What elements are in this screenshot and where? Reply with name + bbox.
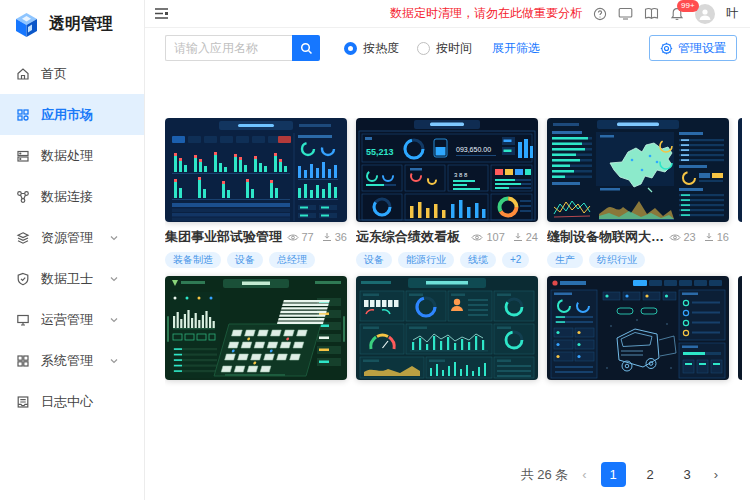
sidebar-item-label: 数据卫士 (41, 270, 93, 288)
card-row (165, 276, 742, 380)
tag-more[interactable]: +2 (502, 252, 529, 268)
card-stats: 107 24 (471, 231, 538, 243)
notice-text: 数据定时清理，请勿在此做重要分析 (390, 5, 582, 22)
sidebar-item-resource-management[interactable]: 资源管理 (0, 217, 144, 258)
username-text: 叶 (726, 5, 738, 22)
card-row: 集团事业部试验管理 77 36 装备制造 设备 总经理 (165, 118, 742, 268)
sort-by-time[interactable]: 按时间 (417, 40, 472, 57)
log-center-icon (16, 395, 30, 409)
page-2[interactable]: 2 (638, 462, 663, 487)
app-card-business-metrics[interactable] (356, 276, 538, 380)
card-thumbnail-map-dashboard[interactable] (547, 118, 729, 222)
sort-label: 按时间 (436, 40, 472, 57)
expand-filter-link[interactable]: 展开筛选 (492, 40, 540, 57)
sidebar-item-label: 数据处理 (41, 147, 93, 165)
sidebar: 透明管理 首页 应用市场 数据处理 数据连接 资源管理 (0, 0, 145, 500)
sidebar-item-system-management[interactable]: 系统管理 (0, 340, 144, 381)
card-thumbnail-kpi-dashboard[interactable]: 55,213 093,650.00 (356, 118, 538, 222)
card-thumbnail-metrics-dashboard[interactable] (356, 276, 538, 380)
manage-settings-button[interactable]: 管理设置 (649, 35, 737, 61)
downloads-count: 36 (335, 231, 347, 243)
card-thumbnail-dark-dashboard[interactable] (165, 118, 347, 222)
app-card-performance-board[interactable]: 55,213 093,650.00 (356, 118, 538, 268)
page-1[interactable]: 1 (601, 462, 626, 487)
notifications-bell[interactable]: 99+ (670, 7, 684, 21)
sidebar-item-home[interactable]: 首页 (0, 53, 144, 94)
app-card-workshop[interactable] (165, 276, 347, 380)
views-count: 23 (684, 231, 696, 243)
partial-card[interactable] (738, 118, 742, 222)
search-icon (300, 42, 313, 55)
tag[interactable]: 总经理 (269, 252, 315, 268)
card-grid: 集团事业部试验管理 77 36 装备制造 设备 总经理 (165, 118, 742, 388)
filter-toolbar: 按热度 按时间 展开筛选 管理设置 (165, 34, 750, 62)
card-stats: 23 16 (669, 231, 730, 243)
prev-page-icon[interactable]: ‹ (580, 467, 588, 482)
app-card-iot-bigdata[interactable]: 缝制设备物联网大数... 23 16 生产 纺织行业 (547, 118, 729, 268)
monitor-icon (16, 313, 30, 327)
download-icon (513, 232, 523, 242)
sidebar-item-data-processing[interactable]: 数据处理 (0, 135, 144, 176)
search-box (165, 35, 320, 61)
tag[interactable]: 装备制造 (165, 252, 221, 268)
tag[interactable]: 能源行业 (398, 252, 454, 268)
eye-icon (471, 233, 483, 242)
tag[interactable]: 纺织行业 (589, 252, 645, 268)
eye-icon (287, 233, 299, 242)
search-button[interactable] (292, 35, 320, 61)
card-stats: 77 36 (287, 231, 348, 243)
app-logo[interactable]: 透明管理 (0, 0, 144, 49)
card-tags: 生产 纺织行业 (547, 252, 729, 268)
tag[interactable]: 设备 (356, 252, 392, 268)
card-body: 远东综合绩效看板 107 24 设备 能源行业 线缆 +2 (356, 222, 538, 268)
card-body: 缝制设备物联网大数... 23 16 生产 纺织行业 (547, 222, 729, 268)
sidebar-item-data-guardian[interactable]: 数据卫士 (0, 258, 144, 299)
cube-logo-icon (13, 11, 40, 38)
home-icon (16, 67, 30, 81)
downloads-count: 16 (717, 231, 729, 243)
screen-icon[interactable] (618, 7, 633, 20)
data-connection-icon (16, 190, 30, 204)
sidebar-item-log-center[interactable]: 日志中心 (0, 381, 144, 422)
radio-unselected-icon (417, 42, 430, 55)
system-grid-icon (16, 354, 30, 368)
menu-fold-icon[interactable] (154, 7, 169, 20)
download-icon (322, 232, 332, 242)
tag[interactable]: 线缆 (460, 252, 496, 268)
shield-icon (16, 272, 30, 286)
notification-badge: 99+ (677, 0, 699, 12)
next-page-icon[interactable]: › (712, 467, 720, 482)
pagination: 共 26 条 ‹ 1 2 3 › (165, 462, 750, 487)
sort-options: 按热度 按时间 (344, 40, 472, 57)
download-icon (704, 232, 714, 242)
help-icon[interactable] (593, 7, 607, 21)
card-thumbnail-truck-dashboard[interactable] (547, 276, 729, 380)
sort-by-popularity[interactable]: 按热度 (344, 40, 399, 57)
sidebar-item-label: 数据连接 (41, 188, 93, 206)
sidebar-item-app-market[interactable]: 应用市场 (0, 94, 144, 135)
chevron-down-icon (109, 274, 119, 284)
sidebar-item-label: 应用市场 (41, 106, 93, 124)
tag[interactable]: 设备 (227, 252, 263, 268)
card-title: 缝制设备物联网大数... (547, 228, 669, 246)
app-card-trial-management[interactable]: 集团事业部试验管理 77 36 装备制造 设备 总经理 (165, 118, 347, 268)
svg-text:55,213: 55,213 (366, 147, 394, 157)
views-count: 107 (486, 231, 504, 243)
app-card-vehicle-iot[interactable] (547, 276, 729, 380)
page-3[interactable]: 3 (675, 462, 700, 487)
sidebar-item-label: 运营管理 (41, 311, 93, 329)
partial-card[interactable] (738, 276, 742, 380)
sidebar-item-data-connection[interactable]: 数据连接 (0, 176, 144, 217)
search-input[interactable] (165, 35, 292, 61)
card-thumbnail-factory-3d[interactable] (165, 276, 347, 380)
app-window: 透明管理 首页 应用市场 数据处理 数据连接 资源管理 (0, 0, 750, 500)
sidebar-item-label: 日志中心 (41, 393, 93, 411)
chevron-down-icon (109, 233, 119, 243)
tag[interactable]: 生产 (547, 252, 583, 268)
sidebar-item-operations-management[interactable]: 运营管理 (0, 299, 144, 340)
radio-selected-icon (344, 42, 357, 55)
docs-book-icon[interactable] (644, 7, 659, 20)
card-body: 集团事业部试验管理 77 36 装备制造 设备 总经理 (165, 222, 347, 268)
eye-icon (669, 233, 681, 242)
sort-label: 按热度 (363, 40, 399, 57)
